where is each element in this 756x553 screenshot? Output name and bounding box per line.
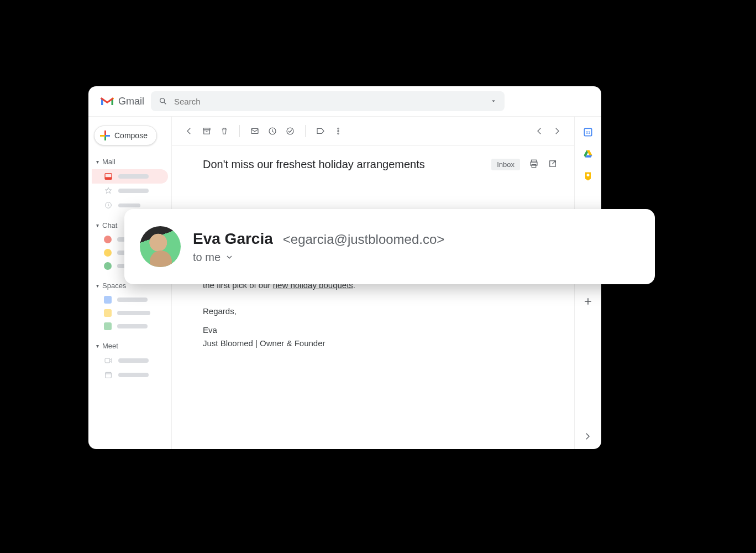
placeholder bbox=[118, 358, 149, 363]
email-toolbar bbox=[172, 117, 574, 145]
space-item[interactable] bbox=[92, 306, 168, 320]
svg-point-15 bbox=[338, 133, 339, 134]
section-meet-label: Meet bbox=[102, 342, 118, 350]
add-task-icon[interactable] bbox=[285, 126, 295, 136]
sender-card: Eva Garcia <egarcia@justbloomed.co> to m… bbox=[124, 209, 655, 284]
next-icon[interactable] bbox=[552, 126, 562, 136]
keep-icon[interactable] bbox=[582, 171, 594, 182]
sender-avatar[interactable] bbox=[140, 226, 181, 267]
compose-button[interactable]: Compose bbox=[94, 126, 157, 145]
placeholder bbox=[117, 298, 148, 302]
drive-icon[interactable] bbox=[582, 149, 594, 160]
plus-icon bbox=[100, 131, 110, 140]
app-header: Gmail bbox=[88, 86, 601, 117]
meet-join-meeting[interactable] bbox=[92, 368, 168, 382]
chevron-down-icon: ▾ bbox=[96, 222, 99, 228]
status-dot-icon bbox=[104, 236, 112, 243]
section-chat-label: Chat bbox=[102, 221, 117, 229]
search-input[interactable] bbox=[174, 97, 484, 106]
chevron-down-icon bbox=[225, 253, 234, 262]
svg-rect-5 bbox=[105, 358, 110, 363]
section-meet[interactable]: ▾ Meet bbox=[92, 338, 168, 353]
chevron-down-icon: ▾ bbox=[96, 343, 99, 349]
inbox-chip[interactable]: Inbox bbox=[491, 159, 520, 170]
separator bbox=[239, 125, 240, 137]
space-item[interactable] bbox=[92, 293, 168, 306]
meet-new-meeting[interactable] bbox=[92, 353, 168, 368]
svg-line-1 bbox=[164, 102, 166, 104]
svg-rect-6 bbox=[106, 372, 112, 378]
email-subject: Don't miss our freshest holiday arrangem… bbox=[203, 158, 482, 171]
svg-point-14 bbox=[338, 131, 339, 132]
add-icon[interactable] bbox=[582, 296, 594, 307]
more-icon[interactable] bbox=[333, 126, 343, 136]
mark-unread-icon[interactable] bbox=[250, 126, 260, 136]
open-new-icon[interactable] bbox=[548, 159, 558, 171]
svg-rect-18 bbox=[532, 164, 536, 167]
placeholder bbox=[118, 189, 149, 193]
inbox-icon bbox=[104, 172, 113, 181]
space-icon bbox=[104, 296, 112, 304]
svg-point-13 bbox=[338, 128, 339, 129]
recipient-label: to me bbox=[193, 251, 221, 264]
status-dot-icon bbox=[104, 249, 112, 257]
section-mail[interactable]: ▾ Mail bbox=[92, 154, 168, 169]
svg-rect-9 bbox=[204, 130, 210, 134]
sender-name: Eva Garcia bbox=[193, 230, 273, 248]
space-icon bbox=[104, 309, 112, 317]
archive-icon[interactable] bbox=[202, 126, 212, 136]
sidebar-item-inbox[interactable] bbox=[92, 169, 168, 184]
gmail-logo: Gmail bbox=[99, 96, 144, 107]
placeholder bbox=[118, 204, 140, 207]
email-regards: Regards, bbox=[203, 305, 426, 317]
search-options-icon[interactable] bbox=[490, 98, 497, 105]
email-sig-name: Eva bbox=[203, 324, 426, 336]
space-icon bbox=[104, 322, 112, 330]
collapse-panel-icon[interactable] bbox=[582, 431, 594, 442]
video-plus-icon bbox=[104, 356, 113, 365]
section-mail-label: Mail bbox=[102, 158, 116, 166]
delete-icon[interactable] bbox=[219, 126, 229, 136]
svg-text:31: 31 bbox=[586, 130, 590, 135]
chevron-down-icon: ▾ bbox=[96, 283, 99, 289]
snooze-icon[interactable] bbox=[267, 126, 277, 136]
svg-rect-3 bbox=[105, 177, 112, 179]
section-spaces-label: Spaces bbox=[102, 281, 126, 290]
calendar-icon[interactable]: 31 bbox=[582, 127, 594, 138]
placeholder bbox=[117, 324, 148, 328]
search-bar[interactable] bbox=[151, 91, 505, 111]
gmail-m-icon bbox=[99, 96, 115, 107]
back-icon[interactable] bbox=[184, 126, 194, 136]
status-dot-icon bbox=[104, 262, 112, 270]
svg-rect-10 bbox=[251, 129, 258, 134]
svg-point-23 bbox=[587, 174, 590, 176]
email-sig-title: Just Bloomed | Owner & Founder bbox=[203, 337, 426, 349]
svg-point-12 bbox=[287, 128, 293, 134]
prev-icon[interactable] bbox=[534, 126, 544, 136]
star-icon bbox=[104, 186, 113, 195]
sender-info: Eva Garcia <egarcia@justbloomed.co> to m… bbox=[193, 230, 444, 264]
placeholder bbox=[118, 373, 149, 377]
placeholder bbox=[117, 311, 150, 315]
print-icon[interactable] bbox=[529, 159, 539, 171]
sidebar-item-starred[interactable] bbox=[92, 184, 168, 198]
calendar-blank-icon bbox=[104, 371, 113, 379]
space-item[interactable] bbox=[92, 320, 168, 333]
subject-row: Don't miss our freshest holiday arrangem… bbox=[172, 146, 574, 176]
search-icon bbox=[159, 97, 167, 106]
separator bbox=[305, 125, 306, 137]
svg-point-0 bbox=[160, 98, 165, 103]
placeholder bbox=[118, 174, 149, 179]
recipient-row[interactable]: to me bbox=[193, 251, 444, 264]
sender-email: <egarcia@justbloomed.co> bbox=[283, 232, 445, 247]
clock-icon bbox=[104, 201, 113, 210]
label-icon[interactable] bbox=[316, 126, 326, 136]
product-name: Gmail bbox=[118, 96, 144, 107]
compose-label: Compose bbox=[114, 131, 148, 140]
chevron-down-icon: ▾ bbox=[96, 159, 99, 165]
